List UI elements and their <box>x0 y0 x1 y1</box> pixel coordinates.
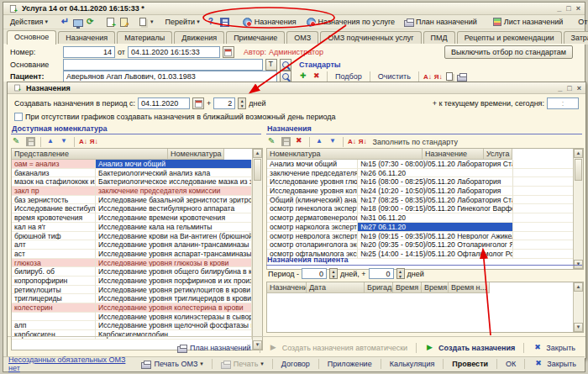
scroll-up-icon[interactable]: ▲ <box>574 282 583 292</box>
patient-lookup-button[interactable] <box>280 71 291 82</box>
right-table-scrollbar[interactable]: ▲ ▼ <box>573 149 583 269</box>
cell-usluga[interactable] <box>513 223 573 232</box>
table-row[interactable]: ретикулоциты Исследование уровня ретикул… <box>12 286 252 295</box>
table-row[interactable]: осмотр отоларинголога экспертный №20 (09… <box>267 240 573 250</box>
cell-nomenklatura[interactable]: Исследование базальной зернистости эритр… <box>96 196 252 205</box>
column-header[interactable]: Услуга <box>484 149 512 160</box>
omz-reports-button[interactable]: Отчеты по ОМЗ▾ <box>575 16 588 28</box>
tab[interactable]: ОМЗ <box>286 31 318 45</box>
table-row[interactable]: осмотр невролога экспертный №19 (09:15 -… <box>267 232 573 241</box>
close-button[interactable]: × <box>576 4 580 13</box>
now-time-field[interactable]: : <box>547 97 579 109</box>
print-omz-button[interactable]: Печать ОМЗ▾ <box>138 359 206 370</box>
left-table-scrollbar[interactable]: ▲ ▼ <box>252 149 262 350</box>
save-icon[interactable] <box>26 137 35 146</box>
card-icon[interactable] <box>446 72 453 81</box>
cell-predstavlenie[interactable]: ретикулоциты <box>12 286 96 295</box>
omz-status-link[interactable]: Несозданных обязательных ОМЗ нет <box>8 356 134 372</box>
scroll-up-icon[interactable]: ▲ <box>574 149 583 158</box>
provesti-button[interactable]: Провести <box>449 359 491 369</box>
cell-usluga[interactable] <box>513 187 573 196</box>
close-window-button[interactable]: Закрыть <box>530 358 580 371</box>
cell-usluga[interactable] <box>513 160 573 169</box>
cell-nomenklatura[interactable]: заключение председателя комиссии <box>96 187 252 196</box>
copy-document-icon[interactable] <box>120 18 128 27</box>
column-header[interactable]: Бригада <box>365 282 393 293</box>
period-date-field[interactable]: 04.11.2020 <box>138 97 190 109</box>
goto-menu-button[interactable]: Перейти▾ <box>161 16 202 28</box>
tab[interactable]: Назначения <box>58 31 115 45</box>
cell-predstavlenie[interactable]: триглицериды <box>12 294 96 303</box>
table-row[interactable]: баканализ Бактериологический анализ кала <box>12 169 252 178</box>
move-up-icon[interactable] <box>45 136 56 147</box>
cell-nomenklatura[interactable]: Бактериологическое исследование мазка из… <box>96 177 252 187</box>
sort-desc-icon[interactable]: Я↓ <box>90 138 98 145</box>
tab[interactable]: Материалы <box>117 31 172 45</box>
table-row[interactable]: Анализ мочи общий №15 (07:30 - 08:00)/05… <box>267 160 573 169</box>
table-row[interactable]: мазок на стафилококк из н... Бактериолог… <box>12 177 252 187</box>
help-icon[interactable] <box>206 17 217 28</box>
cell-nomenklatura[interactable]: Исследование уровня ретикулоцитов в кров… <box>96 286 252 295</box>
cell-nomenklatura[interactable]: Исследование времени кровотечения <box>96 213 252 223</box>
table-row[interactable]: Исследование уровня глюкозы в кро... №16… <box>267 177 573 187</box>
cell-naznachenie[interactable]: №16 (08:00 - 08:25)/05.11.20 Лаборатория <box>358 177 513 187</box>
calendar-button[interactable] <box>223 46 234 58</box>
table-row[interactable]: баз зернистость Исследование базальной з… <box>12 196 252 205</box>
cell-nomenklatura[interactable]: Бактериологический анализ кала <box>96 169 252 178</box>
patient-field[interactable]: Аверьянов Агап Львович, 01.03.1983 <box>63 71 277 82</box>
text-button[interactable] <box>265 59 277 71</box>
cell-predstavlenie[interactable]: оам = анализ <box>12 160 96 169</box>
sort-desc-icon[interactable]: Я↓ <box>359 138 367 145</box>
clipboard-icon[interactable] <box>139 18 146 26</box>
dialog-close-footer-button[interactable]: Закрыть <box>529 342 579 355</box>
column-header[interactable]: Время н... <box>449 282 490 293</box>
fill-by-standard-button[interactable]: Заполнить по стандарту <box>370 137 461 147</box>
create-auto-button[interactable]: Создать назначения автоматически <box>265 342 411 355</box>
plan-naznacheniy-button[interactable]: План назначений <box>401 16 480 29</box>
cell-nomenklatura[interactable]: Исследование уровня триглицеридов в кров… <box>96 294 252 303</box>
cell-naznachenie[interactable]: №24 (10:20 - 10:50)/05.11.20 Лаборатория <box>358 187 513 196</box>
delete-icon[interactable] <box>294 136 305 147</box>
cell-nomenklatura[interactable]: заключение председателя комиссии <box>267 169 358 178</box>
cell-predstavlenie[interactable]: алп <box>12 321 96 330</box>
cell-usluga[interactable] <box>513 204 573 213</box>
cell-nomenklatura[interactable]: Анализ мочи общий <box>267 160 358 169</box>
table-row[interactable]: осмотр дерматовенеролога экспертн... №31… <box>267 213 573 223</box>
cell-predstavlenie[interactable]: время кровотечения <box>12 213 96 223</box>
cell-predstavlenie[interactable]: мазок на стафилококк из н... <box>12 177 96 187</box>
cell-nomenklatura[interactable]: Исследование уровня колестерина в крови <box>96 303 252 313</box>
tab[interactable]: Рецепты и рекомендации <box>457 31 562 45</box>
printer-icon[interactable] <box>457 75 467 82</box>
scroll-up-icon[interactable]: ▲ <box>253 149 262 158</box>
table-row[interactable]: глюкоза Исследование уровня глюкозы в кр… <box>12 259 252 268</box>
column-header[interactable]: Назначение / услуга <box>267 282 307 293</box>
tab[interactable]: Основное <box>7 30 56 45</box>
cell-nomenklatura[interactable]: Исследование крови на Ви-антиген (брюшно… <box>96 232 252 241</box>
number-field[interactable]: 14 <box>63 46 115 58</box>
edit-icon[interactable] <box>12 136 23 147</box>
sort-asc-icon[interactable]: А↓ <box>423 73 432 81</box>
cell-naznachenie[interactable]: №26 06.11.20 <box>358 169 513 178</box>
cell-nomenklatura[interactable]: Исследование уровня глюкозы в крови <box>96 259 252 268</box>
table-row[interactable]: время кровотечения Исследование времени … <box>12 213 252 223</box>
scroll-thumb[interactable] <box>254 159 261 181</box>
cell-predstavlenie[interactable]: колестерин <box>12 303 96 313</box>
tab[interactable]: Движения <box>174 31 224 45</box>
scroll-thumb[interactable] <box>575 159 582 181</box>
cell-nomenklatura[interactable]: Исследование вестибулярного аппарата <box>96 204 252 213</box>
period-days-field[interactable]: 2 <box>213 97 235 109</box>
cell-nomenklatura[interactable]: Исследование уровня колестерина в ... <box>267 187 358 196</box>
cell-nomenklatura[interactable]: осмотр невролога экспертный <box>267 232 358 241</box>
edit-icon[interactable] <box>267 136 278 147</box>
actions-menu-button[interactable]: Действия▾ <box>7 16 51 28</box>
patient-minus-days-field[interactable]: 0 <box>302 268 327 279</box>
lookup-button[interactable] <box>280 59 291 71</box>
no-schedule-checkbox[interactable] <box>14 113 23 121</box>
ochistit-button[interactable]: Очистить <box>375 71 414 82</box>
cell-naznachenie[interactable]: №19 (09:15 - 09:35)/05.11.20 Невролог Аж… <box>358 232 513 241</box>
disable-standards-filter-button[interactable]: Выключить отбор по стандартам <box>444 45 573 59</box>
cell-naznachenie[interactable]: №20 (09:35 - 09:50)/05.11.20 Отоларингол… <box>358 240 513 250</box>
cell-naznachenie[interactable]: №31 06.11.20 <box>358 213 513 223</box>
table-row[interactable]: оам = анализ Анализ мочи общий <box>12 160 252 169</box>
table-row[interactable]: Исследование уровня колинэстеразы в сыво… <box>12 313 252 322</box>
